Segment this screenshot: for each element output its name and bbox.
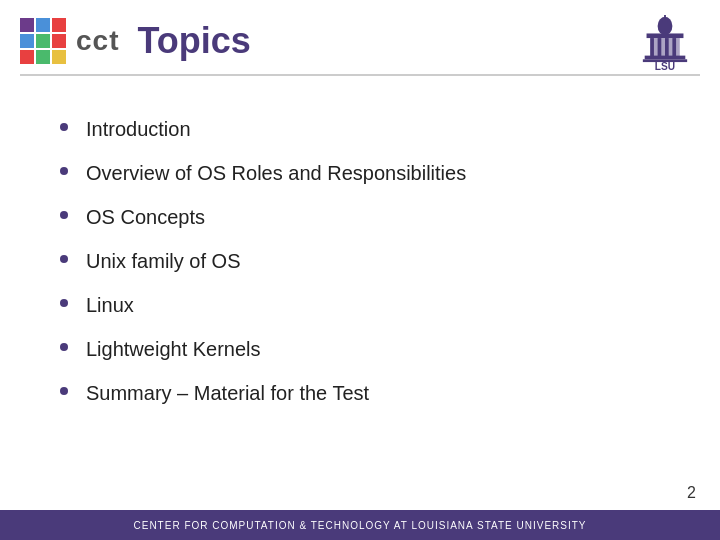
bullet-dot-icon [60, 299, 68, 307]
lsu-logo: LSU [630, 10, 700, 80]
svg-text:LSU: LSU [655, 61, 675, 72]
logo-square-5 [52, 34, 66, 48]
svg-rect-3 [647, 33, 684, 38]
logo-square-8 [52, 50, 66, 64]
page-number: 2 [687, 484, 696, 502]
bullet-dot-icon [60, 123, 68, 131]
list-item: Summary – Material for the Test [60, 380, 680, 406]
logo-square-6 [20, 50, 34, 64]
svg-rect-5 [650, 38, 654, 56]
logo-square-1 [36, 18, 50, 32]
list-item: Introduction [60, 116, 680, 142]
header: cct Topics [0, 0, 720, 74]
svg-rect-9 [645, 56, 686, 60]
bullet-text: Lightweight Kernels [86, 336, 261, 362]
bullet-text: Unix family of OS [86, 248, 240, 274]
list-item: Overview of OS Roles and Responsibilitie… [60, 160, 680, 186]
topics-list: IntroductionOverview of OS Roles and Res… [60, 116, 680, 406]
bullet-dot-icon [60, 387, 68, 395]
header-divider [20, 74, 700, 76]
bullet-dot-icon [60, 255, 68, 263]
svg-rect-7 [665, 38, 669, 56]
list-item: OS Concepts [60, 204, 680, 230]
bullet-dot-icon [60, 211, 68, 219]
bullet-text: Summary – Material for the Test [86, 380, 369, 406]
lsu-building-icon: LSU [635, 15, 695, 75]
list-item: Lightweight Kernels [60, 336, 680, 362]
bullet-text: Overview of OS Roles and Responsibilitie… [86, 160, 466, 186]
logo-square-7 [36, 50, 50, 64]
bullet-dot-icon [60, 343, 68, 351]
bullet-text: Linux [86, 292, 134, 318]
svg-rect-6 [658, 38, 662, 56]
logo-square-4 [36, 34, 50, 48]
cct-wordmark: cct [76, 25, 119, 57]
bullet-dot-icon [60, 167, 68, 175]
logo-square-0 [20, 18, 34, 32]
logo-square-3 [20, 34, 34, 48]
slide: cct Topics [0, 0, 720, 540]
svg-rect-2 [664, 15, 666, 20]
list-item: Linux [60, 292, 680, 318]
footer-text: CENTER FOR COMPUTATION & TECHNOLOGY AT L… [133, 520, 586, 531]
list-item: Unix family of OS [60, 248, 680, 274]
bullet-text: OS Concepts [86, 204, 205, 230]
cct-logo-squares [20, 18, 66, 64]
bullet-text: Introduction [86, 116, 191, 142]
svg-rect-8 [672, 38, 676, 56]
footer-bar: CENTER FOR COMPUTATION & TECHNOLOGY AT L… [0, 510, 720, 540]
page-title: Topics [137, 20, 250, 62]
logo-square-2 [52, 18, 66, 32]
content-area: IntroductionOverview of OS Roles and Res… [0, 86, 720, 434]
